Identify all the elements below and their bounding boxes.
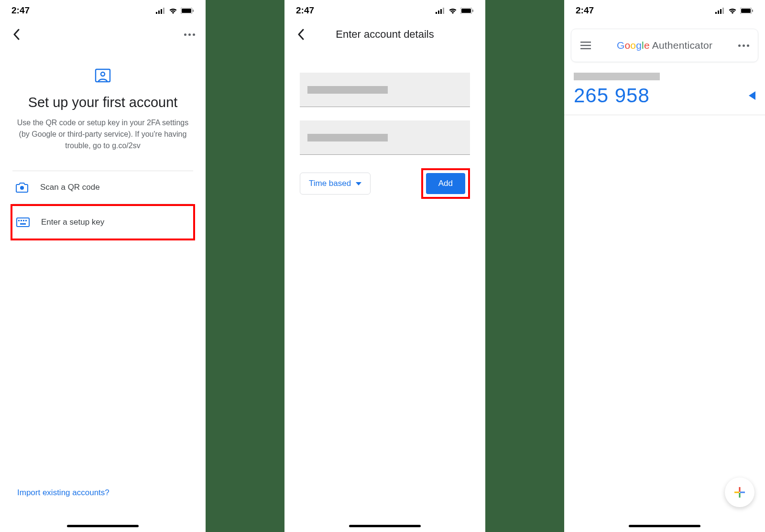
svg-rect-31 — [580, 45, 591, 46]
scan-qr-option[interactable]: Scan a QR code — [12, 171, 193, 204]
status-indicators — [715, 8, 754, 14]
camera-icon — [15, 181, 29, 194]
enter-key-label: Enter a setup key — [41, 217, 104, 227]
code-row: 265 958 — [574, 84, 755, 107]
more-button[interactable] — [180, 25, 199, 44]
home-indicator — [67, 525, 139, 527]
svg-rect-15 — [20, 223, 26, 225]
redacted-text — [307, 86, 388, 94]
wifi-icon — [169, 8, 177, 14]
code-item[interactable]: 265 958 — [564, 68, 765, 115]
svg-rect-6 — [193, 10, 194, 12]
svg-rect-35 — [739, 493, 741, 498]
svg-rect-34 — [740, 492, 745, 493]
svg-rect-1 — [158, 11, 160, 14]
svg-rect-26 — [722, 8, 724, 14]
wifi-icon — [448, 8, 457, 14]
svg-rect-32 — [580, 48, 591, 49]
home-indicator — [349, 525, 421, 527]
app-name-plain: Authenticator — [652, 40, 712, 51]
svg-rect-24 — [718, 11, 719, 14]
svg-rect-23 — [715, 12, 717, 14]
account-key-input[interactable] — [300, 120, 470, 155]
svg-rect-11 — [18, 220, 20, 221]
google-logo-text: Google — [617, 40, 650, 51]
setup-hero: Set up your first account Use the QR cod… — [0, 48, 206, 161]
more-horizontal-icon — [183, 33, 196, 36]
menu-button[interactable] — [576, 42, 595, 49]
app-title: Google Authenticator — [595, 40, 734, 51]
svg-rect-28 — [741, 9, 751, 13]
svg-rect-17 — [438, 11, 439, 14]
setup-subtitle: Use the QR code or setup key in your 2FA… — [10, 117, 196, 152]
screen-authenticator: 2:47 Google Authenticator 265 958 — [564, 0, 765, 532]
redacted-text — [307, 134, 388, 141]
svg-rect-16 — [436, 12, 437, 14]
type-dropdown-label: Time based — [309, 179, 351, 188]
timer-icon — [749, 91, 755, 100]
svg-rect-0 — [156, 12, 157, 14]
svg-rect-25 — [720, 9, 721, 14]
svg-rect-14 — [25, 220, 27, 221]
account-badge-icon — [94, 67, 112, 85]
svg-rect-22 — [472, 10, 473, 12]
svg-rect-12 — [21, 220, 22, 221]
import-accounts-link[interactable]: Import existing accounts? — [17, 488, 109, 498]
svg-rect-3 — [163, 8, 164, 14]
svg-rect-36 — [734, 492, 739, 493]
svg-rect-21 — [461, 9, 471, 13]
app-header: Google Authenticator — [571, 29, 758, 62]
svg-point-9 — [20, 186, 24, 190]
highlight-enter-key: Enter a setup key — [11, 204, 195, 240]
screen-setup: 2:47 Set up your first account Use the Q… — [0, 0, 206, 532]
status-time: 2:47 — [11, 5, 30, 16]
svg-rect-33 — [739, 487, 741, 492]
highlight-add: Add — [421, 168, 470, 199]
svg-rect-5 — [182, 9, 191, 13]
more-button[interactable] — [734, 36, 753, 55]
svg-rect-10 — [17, 218, 29, 227]
status-time: 2:47 — [576, 5, 594, 16]
nav-bar — [0, 21, 206, 48]
account-form: Time based Add — [284, 48, 485, 199]
add-button[interactable]: Add — [426, 173, 465, 194]
hamburger-icon — [580, 42, 591, 49]
home-indicator — [629, 525, 700, 527]
battery-icon — [460, 8, 474, 14]
back-button[interactable] — [291, 25, 310, 44]
plus-icon — [733, 486, 746, 499]
cellular-icon — [156, 8, 165, 14]
nav-bar: Enter account details — [284, 21, 485, 48]
battery-icon — [740, 8, 754, 14]
keyboard-icon — [16, 216, 30, 229]
svg-rect-19 — [443, 8, 444, 14]
svg-rect-2 — [161, 9, 162, 14]
enter-key-option[interactable]: Enter a setup key — [12, 206, 193, 239]
more-horizontal-icon — [737, 44, 750, 47]
cellular-icon — [436, 8, 445, 14]
svg-rect-13 — [23, 220, 24, 221]
status-indicators — [436, 8, 474, 14]
svg-rect-30 — [580, 42, 591, 43]
screen-enter-details: 2:47 Enter account details Time — [284, 0, 485, 532]
back-button[interactable] — [7, 25, 26, 44]
cellular-icon — [715, 8, 725, 14]
wifi-icon — [728, 8, 737, 14]
add-account-fab[interactable] — [725, 478, 754, 507]
chevron-left-icon — [297, 29, 304, 40]
status-bar: 2:47 — [284, 0, 485, 21]
account-name-input[interactable] — [300, 73, 470, 107]
scan-qr-label: Scan a QR code — [40, 183, 100, 192]
battery-icon — [181, 8, 194, 14]
status-bar: 2:47 — [564, 0, 765, 21]
svg-rect-29 — [752, 10, 753, 12]
redacted-account-name — [574, 73, 660, 80]
nav-title: Enter account details — [336, 28, 434, 41]
svg-rect-18 — [440, 9, 442, 14]
svg-point-8 — [101, 72, 105, 76]
status-time: 2:47 — [296, 5, 314, 16]
chevron-down-icon — [356, 182, 361, 185]
form-actions: Time based Add — [300, 168, 470, 199]
type-dropdown[interactable]: Time based — [300, 173, 371, 195]
chevron-left-icon — [13, 29, 20, 40]
